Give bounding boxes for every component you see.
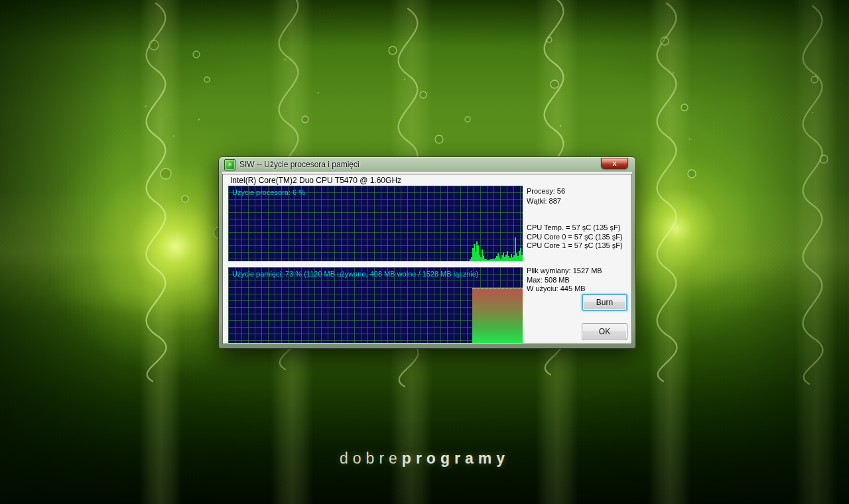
close-icon: x <box>612 159 616 167</box>
brand-light: dobre <box>340 450 402 467</box>
brand-bold: programy <box>402 450 509 467</box>
window-title: SIW -- Użycie procesora i pamięci <box>239 160 359 169</box>
cpu-history-graph <box>470 235 523 261</box>
content-panel: Intel(R) Core(TM)2 Duo CPU T5470 @ 1.60G… <box>222 174 632 344</box>
max-stat: Max: 508 MB <box>527 276 570 284</box>
threads-stat: Wątki: 887 <box>527 197 561 205</box>
cpu-usage-label: Użycie procesora: 6 % <box>232 188 305 196</box>
processes-stat: Procesy: 56 <box>527 187 565 195</box>
cpu-model-label: Intel(R) Core(TM)2 Duo CPU T5470 @ 1.60G… <box>230 176 401 185</box>
burn-button[interactable]: Burn <box>582 294 627 311</box>
memory-usage-bar <box>472 288 523 343</box>
ok-button[interactable]: OK <box>582 323 627 340</box>
memory-usage-graph: Użycie pamięci: 73 % (1120 MB używane, 4… <box>228 267 523 343</box>
close-button[interactable]: x <box>601 158 628 169</box>
cpu-usage-graph: Użycie procesora: 6 % <box>228 186 523 261</box>
siw-usage-window: ✳ SIW -- Użycie procesora i pamięci x In… <box>218 157 636 349</box>
cpu-core0-stat: CPU Core 0 = 57 şC (135 şF) <box>527 233 623 241</box>
memory-usage-label: Użycie pamięci: 73 % (1120 MB używane, 4… <box>232 270 479 278</box>
cpu-history-polygon <box>470 237 523 261</box>
cpu-temp-stat: CPU Temp. = 57 şC (135 şF) <box>527 223 620 231</box>
siw-app-icon: ✳ <box>224 159 235 170</box>
pagefile-stat: Plik wymiany: 1527 MB <box>527 267 602 275</box>
wallpaper-brand-text: dobreprogramy <box>0 450 849 468</box>
cpu-core1-stat: CPU Core 1 = 57 şC (135 şF) <box>527 241 623 249</box>
window-client-area: Intel(R) Core(TM)2 Duo CPU T5470 @ 1.60G… <box>222 172 632 344</box>
titlebar[interactable]: ✳ SIW -- Użycie procesora i pamięci <box>219 157 635 172</box>
in-use-stat: W użyciu: 445 MB <box>527 284 586 292</box>
